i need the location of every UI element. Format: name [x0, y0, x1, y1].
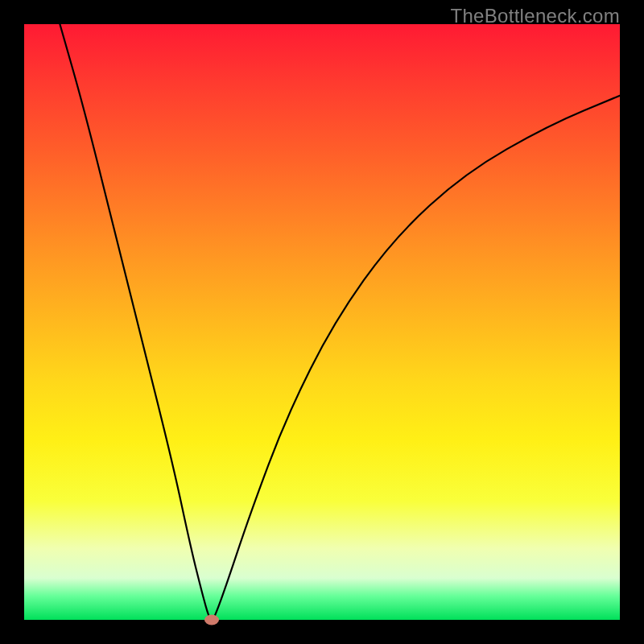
optimal-point-marker [204, 615, 219, 625]
watermark-text: TheBottleneck.com [450, 5, 620, 27]
bottleneck-curve [24, 24, 620, 620]
chart-container: TheBottleneck.com [0, 0, 644, 644]
plot-area [24, 24, 620, 620]
